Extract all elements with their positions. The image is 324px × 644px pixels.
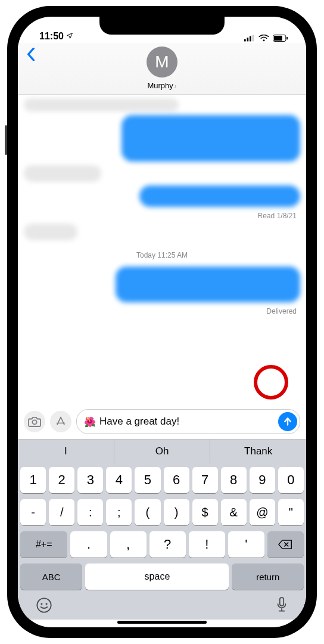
- key-4[interactable]: 4: [106, 467, 132, 493]
- arrow-up-icon: [283, 417, 292, 426]
- key-excl[interactable]: !: [189, 531, 225, 558]
- wifi-icon: [258, 35, 269, 42]
- compose-bar: 🌺: [18, 405, 306, 439]
- sent-message[interactable]: ████████████: [139, 185, 300, 207]
- key-return[interactable]: return: [232, 564, 304, 590]
- key-amp[interactable]: &: [221, 499, 247, 525]
- key-lparen[interactable]: (: [135, 499, 160, 525]
- key-dollar[interactable]: $: [192, 499, 218, 525]
- back-button[interactable]: [26, 48, 36, 63]
- contact-name-label: Murphy: [147, 81, 173, 90]
- key-9[interactable]: 9: [250, 467, 275, 493]
- key-delete[interactable]: [267, 531, 304, 558]
- cellular-icon: [244, 35, 255, 42]
- key-comma[interactable]: ,: [110, 531, 147, 558]
- svg-point-9: [37, 598, 51, 612]
- read-receipt: Read 1/8/21: [258, 212, 297, 220]
- key-6[interactable]: 6: [164, 467, 189, 493]
- key-dash[interactable]: -: [20, 499, 46, 525]
- key-apos[interactable]: ': [228, 531, 264, 558]
- contact-avatar[interactable]: M: [147, 47, 177, 78]
- received-message[interactable]: ████████████: [24, 98, 179, 112]
- message-input[interactable]: [99, 416, 275, 428]
- delete-icon: [278, 539, 292, 550]
- timestamp-label: Today 11:25 AM: [24, 251, 300, 259]
- battery-icon: [273, 35, 288, 42]
- dictation-icon[interactable]: [275, 597, 288, 614]
- status-time: 11:50: [39, 31, 73, 42]
- key-quote[interactable]: ": [278, 499, 304, 525]
- key-qmark[interactable]: ?: [149, 531, 186, 558]
- keyboard-row-4: ABC space return: [20, 564, 304, 590]
- delivered-label: Delivered: [266, 307, 297, 315]
- contact-name-button[interactable]: Murphy ›: [147, 81, 176, 90]
- key-period[interactable]: .: [70, 531, 107, 558]
- svg-rect-12: [280, 597, 284, 606]
- quicktype-bar: I Oh Thank: [18, 439, 306, 463]
- svg-rect-6: [274, 36, 282, 41]
- camera-button[interactable]: [24, 411, 45, 432]
- keyboard-row-3: #+= . , ? ! ': [20, 531, 304, 558]
- key-slash[interactable]: /: [49, 499, 74, 525]
- key-1[interactable]: 1: [20, 467, 46, 493]
- phone-frame: 11:50 M Murphy › ████████████ ██████████: [7, 6, 317, 638]
- svg-point-8: [32, 420, 36, 424]
- chevron-right-icon: ›: [175, 82, 177, 89]
- keyboard-row-2: - / : ; ( ) $ & @ ": [20, 499, 304, 525]
- received-message[interactable]: ████: [24, 224, 77, 240]
- home-indicator[interactable]: [117, 621, 207, 624]
- suggestion-1[interactable]: Oh: [114, 439, 211, 463]
- conversation-header: M Murphy ›: [18, 43, 306, 95]
- key-2[interactable]: 2: [49, 467, 74, 493]
- suggestion-0[interactable]: I: [18, 439, 114, 463]
- sent-message[interactable]: ████████████████████: [116, 267, 300, 302]
- svg-rect-1: [247, 38, 249, 41]
- suggestion-2[interactable]: Thank: [210, 439, 306, 463]
- key-8[interactable]: 8: [221, 467, 247, 493]
- key-space[interactable]: space: [85, 564, 229, 590]
- screen: 11:50 M Murphy › ████████████ ██████████: [18, 17, 306, 627]
- svg-rect-3: [253, 35, 254, 42]
- keyboard: 1 2 3 4 5 6 7 8 9 0 - / : ; ( ) $ & @: [18, 463, 306, 620]
- svg-point-10: [40, 603, 42, 605]
- emoji-content: 🌺: [84, 416, 96, 428]
- camera-icon: [28, 416, 41, 427]
- svg-rect-0: [244, 39, 246, 42]
- key-abc[interactable]: ABC: [20, 564, 82, 590]
- svg-point-11: [46, 603, 48, 605]
- apps-button[interactable]: [50, 411, 71, 432]
- key-rparen[interactable]: ): [164, 499, 189, 525]
- emoji-keyboard-icon[interactable]: [36, 597, 52, 614]
- keyboard-row-1: 1 2 3 4 5 6 7 8 9 0: [20, 467, 304, 493]
- svg-rect-7: [286, 37, 288, 40]
- location-icon: [66, 32, 73, 39]
- key-colon[interactable]: :: [77, 499, 103, 525]
- keyboard-bottom: [20, 596, 304, 616]
- key-symbols[interactable]: #+=: [20, 531, 67, 558]
- received-message[interactable]: ██ ████: [24, 165, 101, 182]
- key-7[interactable]: 7: [192, 467, 218, 493]
- key-0[interactable]: 0: [278, 467, 304, 493]
- message-thread[interactable]: ████████████ ████████████████ ██ ████ ██…: [18, 95, 306, 405]
- key-3[interactable]: 3: [77, 467, 103, 493]
- message-input-wrapper[interactable]: 🌺: [76, 409, 300, 434]
- chevron-left-icon: [26, 48, 36, 61]
- svg-rect-2: [250, 36, 251, 41]
- svg-point-4: [263, 39, 265, 41]
- send-button[interactable]: [278, 412, 297, 431]
- notch: [99, 17, 225, 35]
- key-5[interactable]: 5: [135, 467, 160, 493]
- key-at[interactable]: @: [250, 499, 275, 525]
- key-semi[interactable]: ;: [106, 499, 132, 525]
- sent-message[interactable]: ████████████████: [122, 115, 300, 162]
- appstore-icon: [55, 416, 67, 428]
